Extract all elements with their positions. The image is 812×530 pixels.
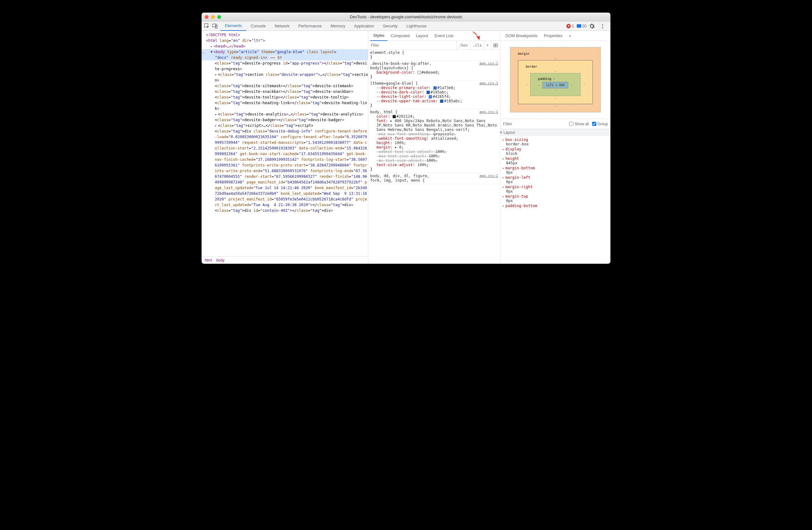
svg-point-4 [602,26,603,26]
styles-rules-list[interactable]: element.style {}.devsite-book-nav-bg:aft… [368,50,500,264]
main-tabs: ElementsConsoleNetworkPerformanceMemoryA… [220,22,566,31]
layout-section-header[interactable]: ▼Layout [501,129,610,136]
dom-node[interactable]: <class="tag">devsite-tooltip></class="ta… [202,94,368,100]
computed-prop[interactable]: ▸height845px [501,156,610,166]
new-style-rule-button[interactable]: + [484,41,491,50]
dom-node[interactable]: <class="tag">devsite-badger></class="tag… [202,117,368,123]
breadcrumb-item[interactable]: html [205,258,212,263]
computed-prop[interactable]: ▸margin-right0px [501,184,610,194]
dom-node[interactable]: <html lang="en" dir="ltr"> [202,38,368,43]
devtools-window: DevTools - developers.google.com/web/too… [202,13,610,264]
computed-prop[interactable]: ▸margin-top0px [501,194,610,203]
subtab-properties[interactable]: Properties [541,31,566,41]
styles-filter-input[interactable] [368,41,456,50]
dom-node[interactable]: ▸<head>…</head> [202,43,368,49]
cls-toggle[interactable]: .cls [470,41,484,50]
toggle-device-icon[interactable] [491,41,500,50]
bm-margin-label: margin [518,52,593,55]
error-count-value: 1 [572,24,574,28]
computed-panel: DOM BreakpointsProperties» margin - bord… [501,31,610,264]
dom-node[interactable]: <class="tag">devsite-progress id="app-pr… [202,60,368,72]
source-link[interactable]: app.css:1 [479,174,498,183]
computed-filter-input[interactable] [503,122,566,126]
dom-node[interactable]: <class="tag">div id="contain-402"></clas… [202,208,368,213]
computed-filter-bar: Show all Group [501,119,610,129]
source-link[interactable]: app.css:1 [479,61,498,70]
box-model[interactable]: margin - border - - padding - - [501,41,610,119]
dom-node[interactable]: ▼<body type="article" theme="google-blue… [202,49,368,55]
subtab-styles[interactable]: Styles [370,31,388,41]
error-count[interactable]: ✕1 [566,24,574,28]
settings-gear-icon[interactable] [589,23,595,29]
close-window-button[interactable] [205,15,208,19]
subtab-computed[interactable]: Computed [388,31,412,41]
subtab-layout[interactable]: Layout [412,31,431,41]
dom-breadcrumb[interactable]: htmlbody [202,256,368,264]
computed-prop[interactable]: ▸padding-bottom [501,203,610,208]
annotation-arrow-icon [470,30,482,42]
breadcrumb-item[interactable]: body [216,258,224,263]
svg-point-5 [602,27,603,28]
show-all-checkbox[interactable]: Show all [569,122,589,126]
style-rule[interactable]: .devsite-book-nav-bg:after,body[layout=d… [368,61,500,81]
tab-console[interactable]: Console [246,22,270,31]
tab-elements[interactable]: Elements [220,22,246,31]
dom-node[interactable]: ▸<class="tag">devsite-analytics>…</class… [202,111,368,117]
subtab-event-listeners[interactable]: Event Listeners [431,31,453,41]
more-menu-icon[interactable] [600,23,605,29]
message-count[interactable]: 20 [577,24,586,28]
tab-memory[interactable]: Memory [326,22,350,31]
source-link[interactable]: app.css:1 [479,81,498,86]
style-rule[interactable]: body, dd, div, dl, figure,form, img, inp… [368,173,500,184]
tab-performance[interactable]: Performance [294,22,326,31]
dom-node[interactable]: <class="tag">devsite-snackbar></class="t… [202,89,368,94]
bm-content-size: 1171 × 845 [542,82,568,88]
computed-subtabs: DOM BreakpointsProperties» [501,31,610,41]
subtab-dom-breakpoints[interactable]: DOM Breakpoints [502,31,541,41]
dom-node[interactable]: ▸<class="tag">section class="devsite-wra… [202,72,368,83]
dom-node[interactable]: <class="tag">devsite-sitemask></class="t… [202,83,368,89]
tab-security[interactable]: Security [379,22,402,31]
tab-network[interactable]: Network [270,22,294,31]
more-subtabs-icon[interactable]: » [566,31,574,41]
dom-node[interactable]: ▸<class="tag">script>…</class="tag">scri… [202,123,368,128]
dom-node[interactable]: <class="tag">div class="devsite-debug-in… [202,128,368,208]
computed-prop[interactable]: ▸margin-bottom0px [501,166,610,175]
group-checkbox[interactable]: Group [592,122,608,126]
maximize-window-button[interactable] [217,15,221,19]
styles-toolbar: :hov .cls + [368,41,500,50]
bm-padding-label: padding [538,77,551,81]
svg-point-3 [602,24,603,25]
tab-application[interactable]: Application [350,22,379,31]
window-title: DevTools - developers.google.com/web/too… [202,14,610,19]
device-toggle-icon[interactable] [212,23,218,29]
tab-lighthouse[interactable]: Lighthouse [402,22,431,31]
dom-node[interactable]: "docs" ready signed-in> == $0 [202,55,368,60]
source-link[interactable]: app.css:1 [479,110,498,114]
minimize-window-button[interactable] [211,15,215,19]
bm-border-label: border [526,65,585,68]
computed-prop[interactable]: ▸displayblock [501,147,610,156]
message-count-value: 20 [582,24,586,28]
computed-prop[interactable]: ▸margin-left0px [501,175,610,184]
toolbar-right: ✕1 20 [566,23,608,29]
style-rule[interactable]: element.style {} [368,50,500,61]
computed-prop[interactable]: ▸box-sizingborder-box [501,137,610,147]
dom-node[interactable]: <class="tag">devsite-heading-link></clas… [202,100,368,111]
styles-panel: StylesComputedLayoutEvent Listeners :hov… [368,31,501,264]
main-content: <!DOCTYPE html><html lang="en" dir="ltr"… [202,31,610,264]
main-toolbar: ElementsConsoleNetworkPerformanceMemoryA… [202,22,610,31]
window-titlebar: DevTools - developers.google.com/web/too… [202,13,610,22]
style-rule[interactable]: body, html {app.css:1color: #202124;font… [368,109,500,173]
computed-properties-list[interactable]: ▸box-sizingborder-box▸displayblock▸heigh… [501,136,610,264]
dom-tree[interactable]: <!DOCTYPE html><html lang="en" dir="ltr"… [202,31,368,256]
elements-panel: <!DOCTYPE html><html lang="en" dir="ltr"… [202,31,368,264]
hov-toggle[interactable]: :hov [456,41,470,50]
inspect-element-icon[interactable] [204,23,210,29]
style-rule[interactable]: [theme=google-blue] {app.css:1--devsite-… [368,81,500,109]
styles-subtabs: StylesComputedLayoutEvent Listeners [368,31,500,41]
dom-node[interactable]: <!DOCTYPE html> [202,32,368,38]
traffic-lights [205,15,221,19]
